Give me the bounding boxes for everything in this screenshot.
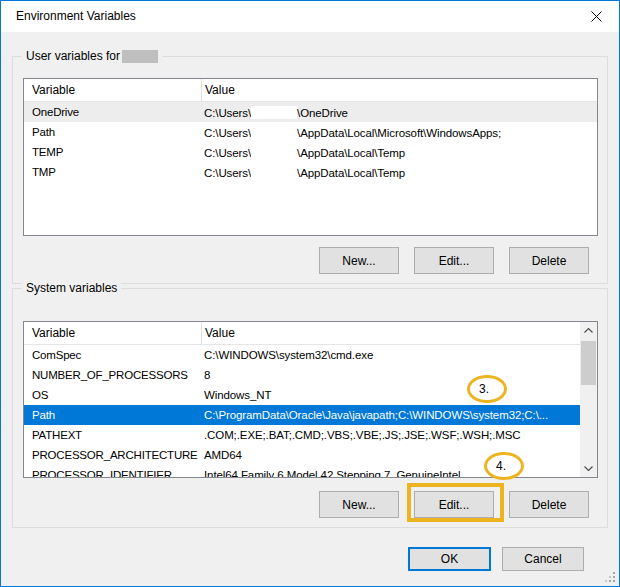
value-prefix: C:\Users\ — [204, 127, 251, 139]
scroll-thumb[interactable] — [581, 341, 596, 385]
cancel-button[interactable]: Cancel — [502, 547, 584, 571]
table-row[interactable]: PathC:\Users\\AppData\Local\Microsoft\Wi… — [24, 122, 597, 142]
variable-cell: Path — [24, 409, 201, 421]
resize-grip[interactable] — [603, 570, 616, 583]
user-edit-button[interactable]: Edit... — [414, 247, 494, 274]
annotation-circle-3: 3. — [467, 375, 507, 403]
system-delete-button[interactable]: Delete — [509, 491, 589, 518]
redacted-username-box — [251, 146, 297, 159]
title-bar[interactable]: Environment Variables — [1, 1, 619, 32]
annotation-step-3: 3. — [470, 382, 489, 396]
system-table-header[interactable]: Variable Value — [24, 322, 597, 345]
variable-cell: TEMP — [24, 146, 201, 158]
variable-cell: ComSpec — [24, 349, 201, 361]
value-cell: AMD64 — [201, 449, 580, 461]
value-cell: C:\Users\\OneDrive — [201, 106, 597, 119]
value-suffix: \AppData\Local\Microsoft\WindowsApps; — [297, 127, 501, 139]
chevron-down-icon — [584, 466, 593, 471]
user-variables-table[interactable]: Variable Value OneDriveC:\Users\\OneDriv… — [23, 78, 598, 236]
redacted-username-box — [122, 50, 158, 63]
value-suffix: \AppData\Local\Temp — [297, 167, 405, 179]
user-variables-label-text: User variables for — [26, 49, 120, 63]
value-cell: 8 — [201, 369, 580, 381]
table-row[interactable]: TMPC:\Users\\AppData\Local\Temp — [24, 162, 597, 182]
scroll-down-button[interactable] — [580, 460, 597, 477]
column-divider[interactable] — [201, 322, 202, 344]
user-new-button[interactable]: New... — [319, 247, 399, 274]
column-header-variable[interactable]: Variable — [24, 326, 201, 340]
user-table-header[interactable]: Variable Value — [24, 79, 597, 102]
user-delete-button[interactable]: Delete — [509, 247, 589, 274]
close-button[interactable] — [574, 1, 619, 32]
annotation-step-4: 4. — [487, 459, 506, 473]
column-header-value[interactable]: Value — [201, 326, 597, 340]
variable-cell: OneDrive — [24, 106, 201, 118]
scroll-up-button[interactable] — [580, 322, 597, 339]
chevron-up-icon — [584, 328, 593, 333]
value-suffix: \AppData\Local\Temp — [297, 147, 405, 159]
system-variables-label: System variables — [22, 281, 121, 296]
redacted-username-box — [251, 166, 297, 179]
variable-cell: Path — [24, 126, 201, 138]
variable-cell: PROCESSOR_IDENTIFIER — [24, 469, 201, 477]
table-row[interactable]: ComSpecC:\WINDOWS\system32\cmd.exe — [24, 345, 580, 365]
variable-cell: TMP — [24, 166, 201, 178]
redacted-username-box — [251, 106, 297, 119]
screen: Environment Variables User variables for… — [0, 0, 620, 587]
value-cell: C:\Users\\AppData\Local\Temp — [201, 166, 597, 179]
environment-variables-dialog: Environment Variables User variables for… — [0, 0, 620, 587]
variable-cell: OS — [24, 389, 201, 401]
ok-button[interactable]: OK — [408, 547, 491, 571]
value-cell: C:\Users\\AppData\Local\Microsoft\Window… — [201, 126, 597, 139]
column-header-variable[interactable]: Variable — [24, 83, 201, 97]
column-divider[interactable] — [201, 79, 202, 101]
table-row[interactable]: PATHEXT.COM;.EXE;.BAT;.CMD;.VBS;.VBE;.JS… — [24, 425, 580, 445]
variable-cell: PATHEXT — [24, 429, 201, 441]
value-suffix: \OneDrive — [297, 107, 348, 119]
value-cell: C:\Users\\AppData\Local\Temp — [201, 146, 597, 159]
value-prefix: C:\Users\ — [204, 147, 251, 159]
user-table-rows: OneDriveC:\Users\\OneDrivePathC:\Users\\… — [24, 102, 597, 235]
value-cell: Intel64 Family 6 Model 42 Stepping 7, Ge… — [201, 469, 580, 477]
user-variables-label: User variables for — [22, 49, 162, 64]
table-row[interactable]: TEMPC:\Users\\AppData\Local\Temp — [24, 142, 597, 162]
value-cell: C:\WINDOWS\system32\cmd.exe — [201, 349, 580, 361]
annotation-circle-4: 4. — [484, 452, 524, 480]
variable-cell: NUMBER_OF_PROCESSORS — [24, 369, 201, 381]
variable-cell: PROCESSOR_ARCHITECTURE — [24, 449, 201, 461]
table-row[interactable]: OneDriveC:\Users\\OneDrive — [24, 102, 597, 122]
system-new-button[interactable]: New... — [319, 491, 399, 518]
table-row[interactable]: PathC:\ProgramData\Oracle\Java\javapath;… — [24, 405, 580, 425]
value-cell: .COM;.EXE;.BAT;.CMD;.VBS;.VBE;.JS;.JSE;.… — [201, 429, 580, 441]
redacted-username-box — [251, 126, 297, 139]
column-header-value[interactable]: Value — [201, 83, 597, 97]
value-prefix: C:\Users\ — [204, 167, 251, 179]
window-title: Environment Variables — [16, 9, 136, 23]
value-cell: C:\ProgramData\Oracle\Java\javapath;C:\W… — [201, 409, 580, 421]
vertical-scrollbar[interactable] — [580, 322, 597, 477]
value-cell: Windows_NT — [201, 389, 580, 401]
system-edit-button[interactable]: Edit... — [414, 491, 494, 518]
value-prefix: C:\Users\ — [204, 107, 251, 119]
close-icon — [591, 11, 602, 22]
